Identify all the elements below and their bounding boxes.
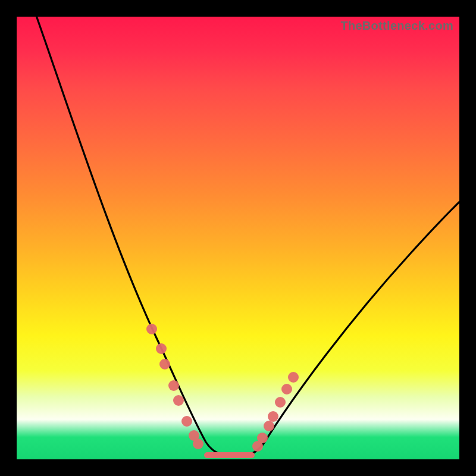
marker-dot — [257, 433, 268, 443]
plot-area: TheBottleneck.com — [17, 17, 459, 459]
marker-dot — [281, 384, 292, 394]
marker-group-right — [252, 372, 299, 452]
marker-dot — [275, 397, 286, 408]
marker-dot — [146, 324, 157, 334]
bottleneck-curve — [35, 11, 469, 457]
marker-dot — [264, 421, 274, 431]
marker-dot — [173, 395, 184, 406]
curve-svg — [17, 17, 459, 459]
marker-dot — [193, 439, 203, 449]
chart-frame: TheBottleneck.com — [0, 0, 476, 476]
marker-dot — [159, 359, 170, 369]
marker-dot — [288, 372, 299, 383]
marker-group-left — [146, 324, 203, 449]
marker-dot — [181, 416, 192, 427]
marker-dot — [156, 343, 167, 354]
marker-dot — [168, 380, 179, 391]
marker-dot — [268, 411, 278, 422]
